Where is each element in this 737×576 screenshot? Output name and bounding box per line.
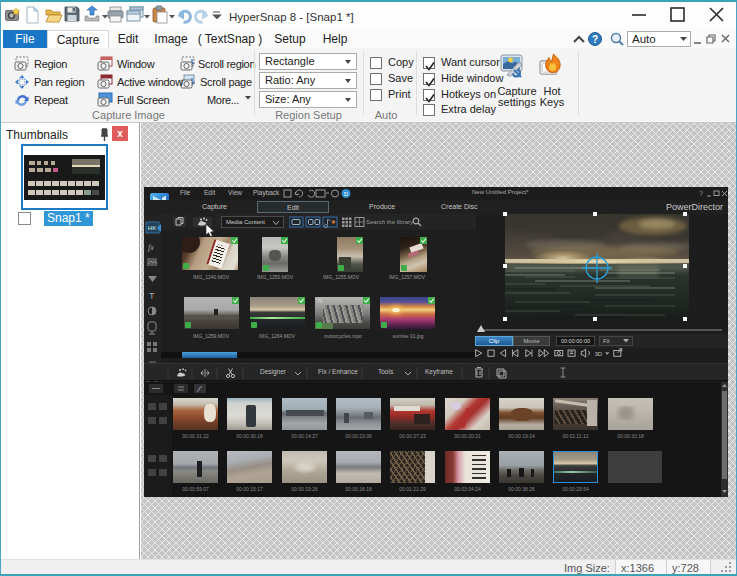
svg-text:?: ? xyxy=(699,190,703,197)
svg-text:HK: HK xyxy=(148,225,156,231)
svg-text:T: T xyxy=(149,291,155,301)
svg-text:Auto: Auto xyxy=(632,33,656,45)
svg-text:D: D xyxy=(344,191,349,197)
svg-text:fx: fx xyxy=(148,243,154,252)
svg-text:?: ? xyxy=(592,34,598,45)
svg-text:3D: 3D xyxy=(594,350,602,357)
